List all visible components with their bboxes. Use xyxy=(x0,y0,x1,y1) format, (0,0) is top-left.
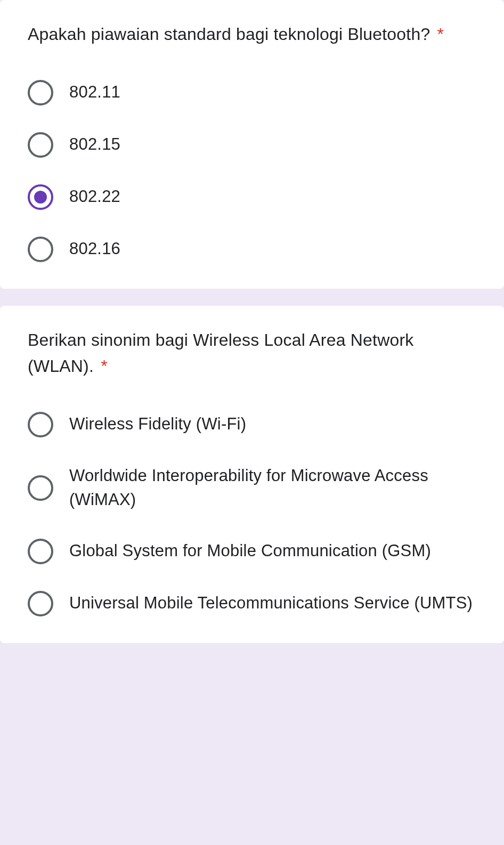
radio-option-3[interactable]: 802.22 xyxy=(28,184,476,210)
radio-option-3[interactable]: Global System for Mobile Communication (… xyxy=(28,539,476,564)
radio-button[interactable] xyxy=(28,132,53,158)
radio-option-4[interactable]: 802.16 xyxy=(28,237,476,262)
question-card-1: Apakah piawaian standard bagi teknologi … xyxy=(0,0,504,289)
radio-button[interactable] xyxy=(28,539,53,564)
required-marker: * xyxy=(101,356,108,376)
radio-option-2[interactable]: Worldwide Interoperability for Microwave… xyxy=(28,464,476,512)
radio-button[interactable] xyxy=(28,475,53,501)
radio-circle-icon xyxy=(28,412,53,437)
radio-button[interactable] xyxy=(28,80,53,105)
option-label: Global System for Mobile Communication (… xyxy=(69,539,431,563)
radio-circle-icon xyxy=(28,132,53,158)
option-label: 802.16 xyxy=(69,237,120,261)
question-text-content: Apakah piawaian standard bagi teknologi … xyxy=(28,25,430,44)
question-title: Apakah piawaian standard bagi teknologi … xyxy=(28,21,476,48)
radio-option-4[interactable]: Universal Mobile Telecommunications Serv… xyxy=(28,591,476,616)
radio-circle-icon xyxy=(28,475,53,501)
option-label: 802.11 xyxy=(69,80,120,104)
option-label: Universal Mobile Telecommunications Serv… xyxy=(69,591,473,615)
question-title: Berikan sinonim bagi Wireless Local Area… xyxy=(28,327,476,380)
option-label: Worldwide Interoperability for Microwave… xyxy=(69,464,476,512)
radio-button[interactable] xyxy=(28,412,53,437)
radio-circle-icon xyxy=(28,539,53,564)
radio-button[interactable] xyxy=(28,184,53,210)
radio-button[interactable] xyxy=(28,591,53,616)
radio-dot-icon xyxy=(34,191,47,204)
radio-circle-icon xyxy=(28,184,53,210)
radio-option-1[interactable]: Wireless Fidelity (Wi-Fi) xyxy=(28,412,476,437)
radio-circle-icon xyxy=(28,80,53,105)
option-label: 802.22 xyxy=(69,185,120,209)
question-text-content: Berikan sinonim bagi Wireless Local Area… xyxy=(28,330,414,376)
radio-option-1[interactable]: 802.11 xyxy=(28,80,476,105)
question-card-2: Berikan sinonim bagi Wireless Local Area… xyxy=(0,306,504,643)
option-label: 802.15 xyxy=(69,133,120,157)
radio-option-2[interactable]: 802.15 xyxy=(28,132,476,158)
radio-button[interactable] xyxy=(28,237,53,262)
radio-circle-icon xyxy=(28,237,53,262)
option-label: Wireless Fidelity (Wi-Fi) xyxy=(69,412,246,436)
required-marker: * xyxy=(437,25,444,44)
radio-circle-icon xyxy=(28,591,53,616)
